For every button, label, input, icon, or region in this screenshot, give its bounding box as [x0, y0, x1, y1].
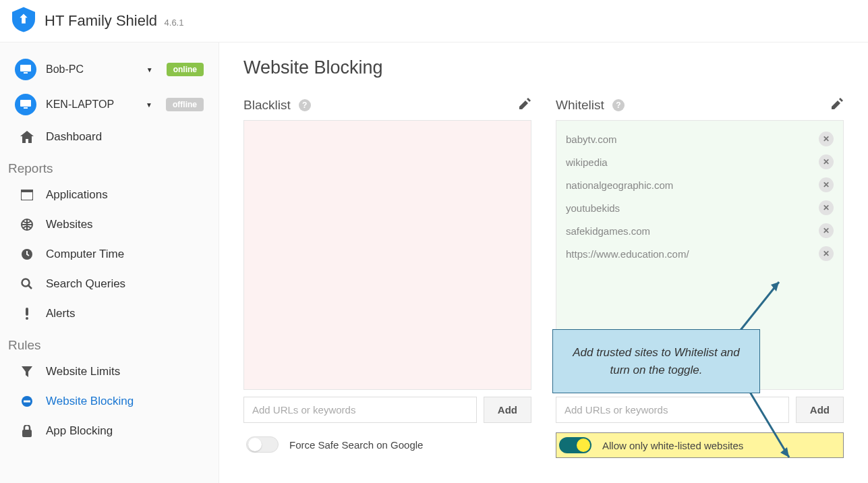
blacklist-add-button[interactable]: Add	[484, 397, 531, 423]
chevron-down-icon: ▼	[146, 101, 152, 109]
callout-arrow-icon	[745, 387, 799, 464]
safe-search-row: Force Safe Search on Google	[243, 432, 531, 457]
nav-website-limits[interactable]: Website Limits	[0, 357, 219, 387]
svg-rect-0	[20, 65, 31, 72]
svg-rect-13	[22, 430, 32, 437]
svg-point-10	[26, 317, 28, 320]
status-badge: online	[167, 63, 204, 76]
whitelist-title: Whitelist	[556, 98, 604, 113]
svg-rect-12	[24, 401, 30, 403]
device-ken-laptop[interactable]: KEN-LAPTOP ▼ offline	[0, 87, 219, 122]
whitelist-only-label: Allow only white-listed websites	[602, 440, 743, 451]
chevron-down-icon: ▼	[146, 66, 153, 74]
nav-app-blocking[interactable]: App Blocking	[0, 416, 219, 446]
list-item: nationalgeographic.com✕	[556, 173, 843, 196]
filter-icon	[20, 366, 34, 377]
help-icon[interactable]: ?	[612, 99, 625, 111]
whitelist-add-button[interactable]: Add	[796, 397, 844, 423]
svg-rect-2	[20, 100, 31, 107]
nav-label: Search Queries	[46, 277, 125, 291]
edit-icon[interactable]	[830, 97, 844, 113]
safe-search-label: Force Safe Search on Google	[289, 439, 423, 451]
nav-label: App Blocking	[46, 424, 113, 438]
blacklist-box	[243, 120, 531, 390]
whitelist-column: Whitelist ? babytv.com✕ wikipedia✕ natio…	[556, 97, 844, 458]
list-item-text: wikipedia	[566, 157, 608, 168]
svg-rect-5	[21, 190, 33, 192]
nav-label: Alerts	[46, 307, 75, 320]
sidebar: Bob-PC ▼ online KEN-LAPTOP ▼ offline Das…	[0, 42, 219, 483]
block-icon	[20, 395, 34, 407]
svg-rect-9	[26, 308, 28, 316]
remove-button[interactable]: ✕	[819, 132, 834, 146]
search-icon	[20, 278, 34, 290]
nav-label: Website Blocking	[46, 395, 134, 408]
monitor-icon	[15, 59, 36, 80]
list-item-text: babytv.com	[566, 134, 617, 145]
device-bob-pc[interactable]: Bob-PC ▼ online	[0, 52, 219, 87]
window-icon	[20, 190, 34, 200]
app-title: HT Family Shield 4.6.1	[45, 12, 183, 30]
page-title: Website Blocking	[243, 57, 844, 78]
nav-label: Applications	[46, 188, 108, 202]
whitelist-only-row: Allow only white-listed websites	[556, 432, 844, 458]
callout-box: Add trusted sites to Whitelist and turn …	[552, 329, 760, 393]
nav-applications[interactable]: Applications	[0, 180, 219, 210]
list-item-text: https://www.education.com/	[566, 248, 689, 260]
status-badge: offline	[166, 98, 204, 111]
section-reports-label: Reports	[0, 152, 219, 180]
logo-shield-icon	[12, 7, 35, 35]
nav-website-blocking[interactable]: Website Blocking	[0, 387, 219, 416]
list-item: wikipedia✕	[556, 150, 843, 173]
svg-line-16	[749, 390, 789, 457]
callout-arrow-icon	[732, 275, 786, 336]
blacklist-input[interactable]	[243, 397, 477, 423]
list-item: https://www.education.com/✕	[556, 242, 843, 265]
monitor-icon	[15, 94, 36, 115]
nav-websites[interactable]: Websites	[0, 210, 219, 239]
remove-button[interactable]: ✕	[819, 223, 834, 238]
nav-alerts[interactable]: Alerts	[0, 299, 219, 329]
remove-button[interactable]: ✕	[819, 200, 834, 215]
list-item: safekidgames.com✕	[556, 219, 843, 242]
list-item: babytv.com✕	[556, 127, 843, 150]
home-icon	[20, 131, 34, 143]
nav-dashboard[interactable]: Dashboard	[0, 122, 219, 152]
section-rules-label: Rules	[0, 329, 219, 357]
nav-computer-time[interactable]: Computer Time	[0, 239, 219, 269]
remove-button[interactable]: ✕	[819, 154, 834, 169]
remove-button[interactable]: ✕	[819, 246, 834, 261]
device-name: Bob-PC	[46, 63, 137, 76]
nav-label: Website Limits	[46, 365, 120, 378]
svg-point-8	[22, 279, 30, 287]
remove-button[interactable]: ✕	[819, 177, 834, 192]
list-item-text: youtubekids	[566, 202, 620, 214]
list-item-text: safekidgames.com	[566, 225, 650, 237]
globe-icon	[20, 219, 34, 231]
main-content: Website Blocking Blacklist ? Add	[219, 42, 868, 483]
nav-label: Computer Time	[46, 248, 124, 261]
alert-icon	[20, 308, 34, 320]
blacklist-title: Blacklist	[243, 98, 291, 113]
nav-search-queries[interactable]: Search Queries	[0, 269, 219, 299]
whitelist-only-toggle[interactable]	[559, 437, 591, 453]
nav-label: Dashboard	[46, 130, 102, 144]
svg-rect-3	[24, 107, 28, 109]
lock-icon	[20, 425, 34, 437]
nav-label: Websites	[46, 218, 93, 231]
blacklist-column: Blacklist ? Add Force Safe Search on Goo…	[243, 97, 531, 458]
svg-rect-1	[24, 72, 28, 74]
svg-line-14	[739, 282, 779, 333]
device-name: KEN-LAPTOP	[46, 98, 136, 111]
edit-icon[interactable]	[518, 97, 531, 113]
help-icon[interactable]: ?	[299, 99, 311, 111]
list-item: youtubekids✕	[556, 196, 843, 219]
list-item-text: nationalgeographic.com	[566, 179, 673, 191]
clock-icon	[20, 248, 34, 260]
safe-search-toggle[interactable]	[246, 436, 279, 453]
app-header: HT Family Shield 4.6.1	[0, 0, 868, 42]
